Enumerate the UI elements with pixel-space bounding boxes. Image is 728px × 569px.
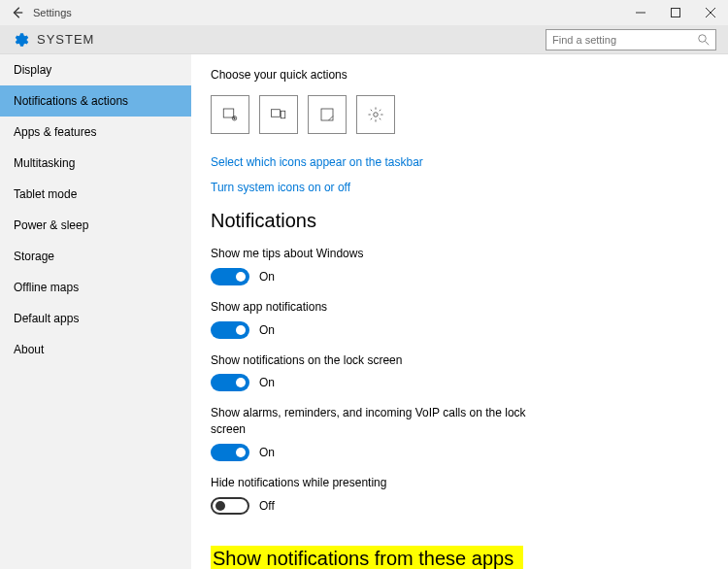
link-system-icons[interactable]: Turn system icons on or off	[211, 181, 709, 194]
svg-line-5	[706, 41, 710, 45]
sidebar-item-about[interactable]: About	[0, 334, 191, 365]
svg-rect-10	[321, 109, 333, 120]
sidebar-item-display[interactable]: Display	[0, 54, 191, 85]
sidebar-item-multitasking[interactable]: Multitasking	[0, 148, 191, 179]
quick-actions-label: Choose your quick actions	[211, 68, 709, 82]
svg-point-4	[699, 34, 707, 42]
window-title: Settings	[33, 7, 72, 18]
setting-app-notifications: Show app notifications On	[211, 299, 709, 339]
setting-lock-screen: Show notifications on the lock screen On	[211, 352, 709, 392]
toggle-app-notifications[interactable]	[211, 321, 249, 339]
page-heading: SYSTEM	[37, 32, 94, 47]
sidebar-item-offline-maps[interactable]: Offline maps	[0, 272, 191, 303]
quick-action-connect-icon[interactable]	[259, 95, 298, 134]
close-button[interactable]	[693, 0, 728, 25]
quick-actions-row	[211, 95, 709, 134]
toggle-voip[interactable]	[211, 444, 249, 461]
back-button[interactable]	[8, 3, 27, 22]
sidebar: Display Notifications & actions Apps & f…	[0, 54, 191, 569]
toggle-tips[interactable]	[211, 268, 249, 285]
svg-rect-6	[223, 109, 234, 117]
maximize-button[interactable]	[658, 0, 693, 25]
link-taskbar-icons[interactable]: Select which icons appear on the taskbar	[211, 155, 709, 169]
minimize-button[interactable]	[623, 0, 658, 25]
search-input[interactable]	[552, 34, 698, 46]
svg-point-11	[374, 113, 379, 117]
setting-presenting: Hide notifications while presenting Off	[211, 475, 709, 515]
sidebar-item-notifications[interactable]: Notifications & actions	[0, 85, 191, 117]
svg-rect-1	[672, 9, 680, 17]
setting-voip: Show alarms, reminders, and incoming VoI…	[211, 405, 709, 461]
toggle-presenting[interactable]	[211, 497, 249, 515]
search-icon	[698, 34, 710, 46]
search-box[interactable]	[546, 29, 716, 50]
sidebar-item-storage[interactable]: Storage	[0, 241, 191, 272]
titlebar: Settings	[0, 0, 728, 25]
sidebar-item-default-apps[interactable]: Default apps	[0, 303, 191, 334]
svg-rect-9	[281, 111, 285, 118]
notifications-heading: Notifications	[211, 210, 709, 232]
toggle-lock-screen[interactable]	[211, 374, 249, 391]
setting-tips: Show me tips about Windows On	[211, 246, 709, 285]
content: Choose your quick actions Select which i…	[191, 54, 728, 569]
settings-gear-icon	[12, 31, 29, 49]
sidebar-item-apps-features[interactable]: Apps & features	[0, 117, 191, 148]
apps-section-heading: Show notifications from these apps	[211, 546, 523, 569]
quick-action-tablet-icon[interactable]	[211, 95, 249, 134]
svg-rect-8	[272, 110, 281, 117]
sidebar-item-power-sleep[interactable]: Power & sleep	[0, 210, 191, 241]
sidebar-item-tablet-mode[interactable]: Tablet mode	[0, 179, 191, 210]
quick-action-settings-icon[interactable]	[356, 95, 395, 134]
header: SYSTEM	[0, 25, 728, 54]
quick-action-note-icon[interactable]	[308, 95, 347, 134]
